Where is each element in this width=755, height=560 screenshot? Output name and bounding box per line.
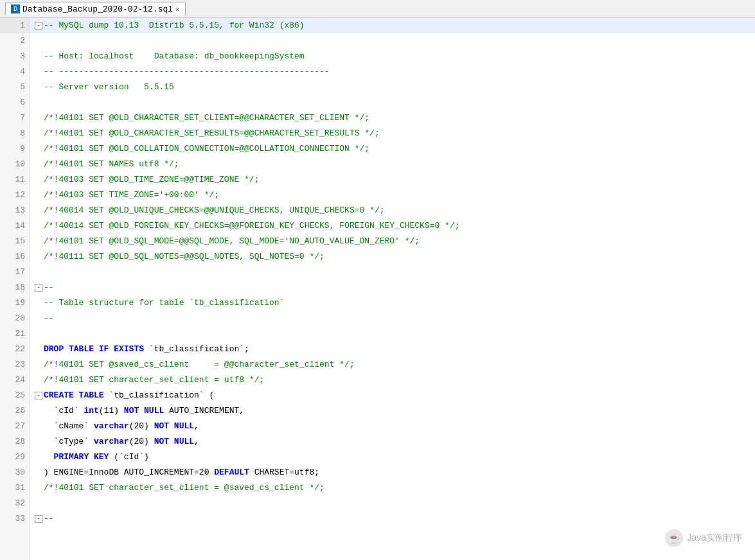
- code-segment: /*!40014 SET @OLD_UNIQUE_CHECKS=@@UNIQUE…: [44, 203, 385, 218]
- file-tab[interactable]: D Database_Backup_2020-02-12.sql ✕: [5, 3, 186, 15]
- line-number: 27: [0, 419, 29, 434]
- code-line: ---: [30, 511, 755, 527]
- line-number: 21: [0, 326, 29, 342]
- code-line: [30, 326, 755, 342]
- code-segment: `cName`: [44, 419, 94, 434]
- line-number: 3: [0, 49, 29, 64]
- code-line: ---: [30, 280, 755, 295]
- line-number: 11: [0, 172, 29, 188]
- code-segment: ,: [194, 419, 199, 434]
- line-number: 32: [0, 496, 29, 511]
- code-segment: `tb_classification`;: [144, 342, 249, 357]
- code-segment: -- Server version 5.5.15: [44, 80, 174, 95]
- code-segment: int: [84, 403, 98, 419]
- line-number: 20: [0, 311, 29, 326]
- code-line: /*!40014 SET @OLD_FOREIGN_KEY_CHECKS=@@F…: [30, 218, 755, 234]
- code-line: [30, 33, 755, 49]
- code-segment: /*!40101 SET character_set_client = @sav…: [44, 480, 324, 496]
- code-line: -- Table structure for table `tb_classif…: [30, 295, 755, 311]
- line-number: 14: [0, 218, 29, 234]
- code-segment: --: [44, 311, 54, 326]
- line-number: 19: [0, 295, 29, 311]
- watermark-text: Java实例程序: [687, 532, 742, 544]
- code-segment: (20): [129, 434, 154, 450]
- line-number: 8: [0, 126, 29, 141]
- code-segment: DROP TABLE IF EXISTS: [44, 342, 144, 357]
- code-segment: /*!40103 SET @OLD_TIME_ZONE=@@TIME_ZONE …: [44, 172, 259, 188]
- code-segment: /*!40101 SET character_set_client = utf8…: [44, 372, 264, 388]
- code-segment: ,: [194, 434, 199, 450]
- code-segment: /*!40014 SET @OLD_FOREIGN_KEY_CHECKS=@@F…: [44, 218, 460, 234]
- line-number: 7: [0, 110, 29, 126]
- code-line: -CREATE TABLE `tb_classification` (: [30, 388, 755, 403]
- line-number: 10: [0, 157, 29, 172]
- line-number: 24: [0, 372, 29, 388]
- code-segment: -- Host: localhost Database: db_bookkeep…: [44, 49, 305, 64]
- code-segment: /*!40101 SET @OLD_COLLATION_CONNECTION=@…: [44, 141, 369, 157]
- tab-close-button[interactable]: ✕: [175, 5, 180, 13]
- line-number: 18: [0, 280, 29, 295]
- code-line: -- -------------------------------------…: [30, 64, 755, 80]
- code-line: /*!40101 SET @OLD_CHARACTER_SET_RESULTS=…: [30, 126, 755, 141]
- code-segment: /*!40101 SET @saved_cs_client = @@charac…: [44, 357, 355, 372]
- fold-icon[interactable]: -: [35, 284, 42, 292]
- watermark: ☕ Java实例程序: [665, 529, 742, 547]
- line-number: 1: [0, 18, 29, 33]
- title-bar: D Database_Backup_2020-02-12.sql ✕: [0, 0, 755, 18]
- code-line: /*!40103 SET TIME_ZONE='+00:00' */;: [30, 188, 755, 203]
- code-segment: -- Table structure for table `tb_classif…: [44, 295, 284, 311]
- code-segment: DEFAULT: [214, 465, 249, 480]
- code-segment: CREATE TABLE: [44, 388, 104, 403]
- code-segment: /*!40101 SET @OLD_CHARACTER_SET_RESULTS=…: [44, 126, 380, 141]
- code-line: /*!40103 SET @OLD_TIME_ZONE=@@TIME_ZONE …: [30, 172, 755, 188]
- code-line: [30, 265, 755, 280]
- line-number: 6: [0, 95, 29, 110]
- code-segment: /*!40103 SET TIME_ZONE='+00:00' */;: [44, 188, 219, 203]
- line-number: 15: [0, 234, 29, 249]
- code-segment: -- -------------------------------------…: [44, 64, 330, 80]
- code-line: `cName` varchar(20) NOT NULL,: [30, 419, 755, 434]
- code-segment: /*!40101 SET NAMES utf8 */;: [44, 157, 179, 172]
- code-segment: /*!40101 SET @OLD_CHARACTER_SET_CLIENT=@…: [44, 110, 369, 126]
- line-number: 9: [0, 141, 29, 157]
- code-segment: (11): [99, 403, 124, 419]
- code-line: DROP TABLE IF EXISTS `tb_classification`…: [30, 342, 755, 357]
- code-content[interactable]: --- MySQL dump 10.13 Distrib 5.5.15, for…: [30, 18, 755, 560]
- fold-icon[interactable]: -: [35, 392, 42, 399]
- code-segment: --: [44, 280, 54, 295]
- code-segment: --: [44, 511, 54, 527]
- line-number: 23: [0, 357, 29, 372]
- line-number: 29: [0, 450, 29, 465]
- code-segment: [44, 450, 54, 465]
- code-line: /*!40101 SET @saved_cs_client = @@charac…: [30, 357, 755, 372]
- line-number: 28: [0, 434, 29, 450]
- code-segment: `cId`: [44, 403, 84, 419]
- code-segment: (`cId`): [109, 450, 148, 465]
- code-segment: NOT NULL: [154, 434, 194, 450]
- code-segment: ) ENGINE=InnoDB AUTO_INCREMENT=20: [44, 465, 214, 480]
- fold-icon[interactable]: -: [35, 515, 42, 523]
- line-number: 12: [0, 188, 29, 203]
- code-segment: CHARSET=utf8;: [249, 465, 319, 480]
- line-numbers: 1234567891011121314151617181920212223242…: [0, 18, 30, 560]
- code-line: [30, 95, 755, 110]
- line-number: 13: [0, 203, 29, 218]
- code-line: /*!40101 SET character_set_client = utf8…: [30, 372, 755, 388]
- code-line: [30, 496, 755, 511]
- code-line: /*!40101 SET @OLD_CHARACTER_SET_CLIENT=@…: [30, 110, 755, 126]
- code-segment: -- MySQL dump 10.13 Distrib 5.5.15, for …: [44, 18, 305, 33]
- code-segment: /*!40101 SET @OLD_SQL_MODE=@@SQL_MODE, S…: [44, 234, 420, 249]
- fold-icon[interactable]: -: [35, 22, 42, 30]
- code-segment: (20): [129, 419, 154, 434]
- code-line: ) ENGINE=InnoDB AUTO_INCREMENT=20 DEFAUL…: [30, 465, 755, 480]
- line-number: 31: [0, 480, 29, 496]
- code-line: /*!40101 SET @OLD_COLLATION_CONNECTION=@…: [30, 141, 755, 157]
- code-line: /*!40111 SET @OLD_SQL_NOTES=@@SQL_NOTES,…: [30, 249, 755, 265]
- tab-label: Database_Backup_2020-02-12.sql: [22, 4, 173, 14]
- code-segment: varchar: [94, 434, 129, 450]
- code-segment: `cType`: [44, 434, 94, 450]
- line-number: 25: [0, 388, 29, 403]
- code-line: /*!40101 SET @OLD_SQL_MODE=@@SQL_MODE, S…: [30, 234, 755, 249]
- line-number: 16: [0, 249, 29, 265]
- line-number: 2: [0, 33, 29, 49]
